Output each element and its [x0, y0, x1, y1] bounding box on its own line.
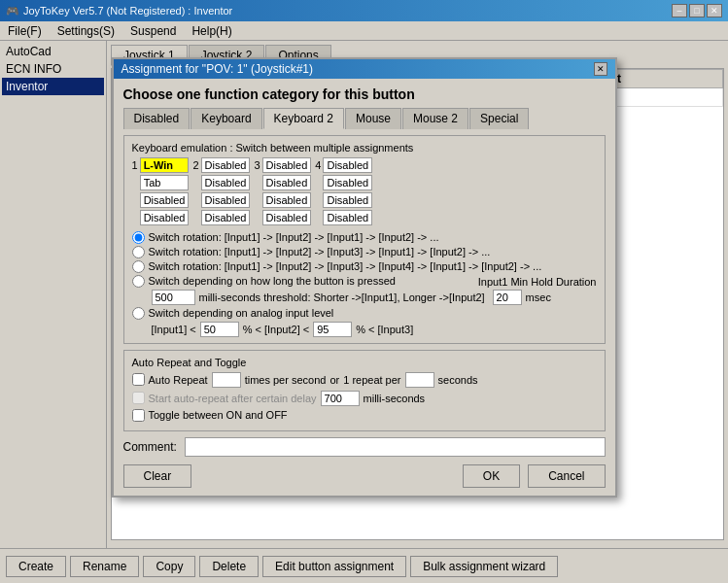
- grid-cell-1-2[interactable]: Tab: [140, 175, 190, 190]
- modal-overlay: Assignment for "POV: 1" (Joystick#1) ✕ C…: [0, 0, 728, 583]
- col-num-2: 2: [192, 157, 198, 171]
- tab-keyboard2[interactable]: Keyboard 2: [263, 108, 344, 129]
- assignment-dialog: Assignment for "POV: 1" (Joystick#1) ✕ C…: [112, 57, 617, 497]
- analog-value2-input[interactable]: [313, 322, 352, 337]
- grid-cell-2-2[interactable]: Disabled: [201, 175, 251, 190]
- dialog-ok-cancel-group: OK Cancel: [463, 464, 606, 488]
- auto-repeat-title: Auto Repeat and Toggle: [132, 357, 597, 368]
- grid-cell-3-4[interactable]: Disabled: [262, 210, 312, 225]
- toggle-label: Toggle between ON and OFF: [149, 409, 288, 421]
- grid-cell-1-1[interactable]: L-Win: [140, 157, 190, 173]
- analog-row: [Input1] < % < [Input2] < % < [Input3]: [132, 322, 597, 337]
- col-num-1: 1: [132, 157, 138, 171]
- toggle-checkbox[interactable]: [132, 409, 145, 422]
- clear-button[interactable]: Clear: [123, 464, 192, 488]
- grid-cell-4-2[interactable]: Disabled: [323, 175, 372, 190]
- grid-cell-4-1[interactable]: Disabled: [323, 157, 372, 173]
- dialog-title-bar: Assignment for "POV: 1" (Joystick#1) ✕: [114, 59, 615, 79]
- radio-switch-3-input[interactable]: [132, 246, 145, 258]
- auto-delay-checkbox[interactable]: [132, 392, 145, 404]
- col-num-3: 3: [254, 157, 260, 171]
- radio-hold-label: Switch depending on how long the button …: [149, 275, 396, 287]
- hold-value-input[interactable]: [493, 290, 522, 305]
- radio-switch-4-input[interactable]: [132, 260, 145, 273]
- grid-cell-4-3[interactable]: Disabled: [323, 192, 372, 208]
- radio-hold: Switch depending on how long the button …: [132, 275, 396, 288]
- hold-duration-header: Input1 Min Hold Duration: [478, 276, 597, 288]
- tab-keyboard[interactable]: Keyboard: [191, 108, 261, 129]
- hold-unit: msec: [526, 292, 551, 303]
- radio-switch-2: Switch rotation: [Input1] -> [Input2] ->…: [132, 231, 597, 244]
- tab-special[interactable]: Special: [469, 108, 529, 129]
- ok-button[interactable]: OK: [463, 464, 520, 488]
- analog-value1-input[interactable]: [200, 322, 239, 337]
- radio-analog-label: Switch depending on analog input level: [149, 307, 334, 319]
- analog-label2: % < [Input2] <: [243, 324, 310, 335]
- grid-cell-1-3[interactable]: Disabled: [140, 192, 190, 208]
- radio-switch-2-input[interactable]: [132, 231, 145, 244]
- grid-cell-1-4[interactable]: Disabled: [140, 210, 190, 225]
- grid-cell-2-1[interactable]: Disabled: [201, 157, 251, 173]
- radio-analog-container: Switch depending on analog input level […: [132, 307, 597, 337]
- auto-repeat-per-label: 1 repeat per: [343, 374, 400, 386]
- grid-cell-2-3[interactable]: Disabled: [201, 192, 251, 208]
- auto-repeat-seconds-label: seconds: [438, 374, 478, 386]
- radio-switch-3-label: Switch rotation: [Input1] -> [Input2] ->…: [149, 246, 491, 257]
- auto-repeat-section: Auto Repeat and Toggle Auto Repeat times…: [123, 350, 606, 431]
- threshold-row: milli-seconds threshold: Shorter ->[Inpu…: [132, 290, 597, 305]
- grid-cell-3-3[interactable]: Disabled: [262, 192, 312, 208]
- tab-mouse2[interactable]: Mouse 2: [402, 108, 468, 129]
- grid-cell-3-2[interactable]: Disabled: [262, 175, 312, 190]
- comment-row: Comment:: [123, 437, 606, 457]
- dialog-button-row: Clear OK Cancel: [123, 464, 606, 488]
- grid-cell-2-4[interactable]: Disabled: [201, 210, 251, 225]
- col-num-4: 4: [315, 157, 321, 171]
- auto-delay-unit: milli-seconds: [364, 393, 426, 404]
- comment-label: Comment:: [123, 440, 177, 454]
- dialog-heading: Choose one function category for this bu…: [123, 86, 606, 102]
- auto-repeat-label: Auto Repeat: [149, 374, 208, 386]
- auto-repeat-or-label: or: [329, 374, 339, 386]
- auto-repeat-times-label: times per second: [245, 374, 327, 386]
- grid-cell-4-4[interactable]: Disabled: [323, 210, 372, 225]
- auto-repeat-checkbox[interactable]: [132, 373, 145, 386]
- radio-switch-4-label: Switch rotation: [Input1] -> [Input2] ->…: [149, 260, 542, 272]
- auto-delay-row: Start auto-repeat after certain delay mi…: [132, 391, 597, 406]
- analog-label3: % < [Input3]: [356, 324, 413, 335]
- tab-mouse[interactable]: Mouse: [345, 108, 401, 129]
- auto-repeat-times-input[interactable]: [212, 372, 241, 388]
- toggle-row: Toggle between ON and OFF: [132, 409, 597, 422]
- dialog-tab-strip: Disabled Keyboard Keyboard 2 Mouse Mouse…: [123, 108, 606, 129]
- analog-label1: [Input1] <: [152, 324, 196, 335]
- keyboard-section: Keyboard emulation : Switch between mult…: [123, 135, 606, 344]
- dialog-title-text: Assignment for "POV: 1" (Joystick#1): [121, 62, 313, 76]
- radio-analog: Switch depending on analog input level: [132, 307, 597, 320]
- radio-analog-input[interactable]: [132, 307, 145, 320]
- dialog-close-button[interactable]: ✕: [594, 62, 607, 76]
- auto-repeat-per-input[interactable]: [405, 372, 434, 388]
- threshold-label: milli-seconds threshold: Shorter ->[Inpu…: [199, 292, 485, 303]
- radio-hold-container: Switch depending on how long the button …: [132, 275, 597, 305]
- dialog-body: Choose one function category for this bu…: [114, 79, 615, 496]
- section-label: Keyboard emulation : Switch between mult…: [132, 142, 597, 154]
- radio-hold-input[interactable]: [132, 275, 145, 288]
- tab-disabled[interactable]: Disabled: [123, 108, 191, 129]
- radio-switch-4: Switch rotation: [Input1] -> [Input2] ->…: [132, 260, 597, 273]
- threshold-value-input[interactable]: [152, 290, 195, 305]
- cancel-button[interactable]: Cancel: [528, 464, 605, 488]
- auto-repeat-row: Auto Repeat times per second or 1 repeat…: [132, 372, 597, 388]
- radio-switch-3: Switch rotation: [Input1] -> [Input2] ->…: [132, 246, 597, 258]
- radio-switch-2-label: Switch rotation: [Input1] -> [Input2] ->…: [149, 231, 439, 243]
- auto-delay-label: Start auto-repeat after certain delay: [149, 393, 317, 404]
- auto-delay-value-input[interactable]: [321, 391, 360, 406]
- comment-input[interactable]: [185, 437, 606, 457]
- assignment-grid: 1 L-Win Tab Disabled Disabled 2 Disabled: [132, 157, 597, 225]
- grid-cell-3-1[interactable]: Disabled: [262, 157, 312, 173]
